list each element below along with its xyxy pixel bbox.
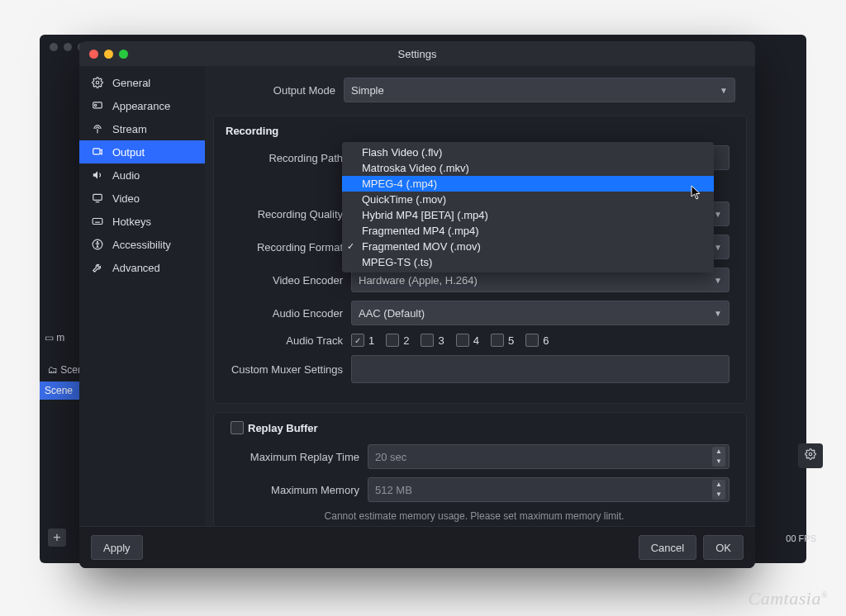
svg-rect-8	[93, 219, 102, 225]
bg-fps-label: 00 FPS	[786, 533, 816, 543]
sidebar-item-video[interactable]: Video	[79, 187, 205, 210]
video-encoder-label: Video Encoder	[219, 274, 351, 287]
recording-section-title: Recording	[226, 125, 730, 137]
settings-window: Settings GeneralAppearanceStreamOutputAu…	[79, 41, 755, 568]
window-title: Settings	[79, 48, 755, 60]
recording-format-dropdown[interactable]: Flash Video (.flv)Matroska Video (.mkv)M…	[342, 142, 714, 272]
titlebar: Settings	[79, 41, 755, 66]
sidebar-item-label: Accessibility	[112, 239, 171, 251]
cancel-button[interactable]: Cancel	[639, 535, 696, 560]
traffic-lights[interactable]	[89, 50, 128, 59]
sidebar-item-audio[interactable]: Audio	[79, 163, 205, 187]
audio-track-checkbox[interactable]	[386, 334, 399, 347]
audio-track-2[interactable]: 2	[386, 334, 409, 347]
audio-track-1[interactable]: 1	[351, 334, 374, 347]
output-mode-value: Simple	[351, 84, 384, 97]
format-option[interactable]: Fragmented MP4 (.mp4)	[342, 223, 714, 239]
replay-buffer-section: Replay Buffer Maximum Replay Time 20 sec…	[213, 412, 747, 526]
audio-track-3[interactable]: 3	[421, 334, 444, 347]
max-replay-time-value: 20 sec	[375, 451, 406, 463]
sidebar-item-advanced[interactable]: Advanced	[79, 256, 205, 279]
sidebar-item-appearance[interactable]: Appearance	[79, 94, 205, 117]
bg-scene-item: Scene	[40, 381, 79, 400]
sidebar-item-label: Hotkeys	[112, 216, 151, 228]
svg-rect-6	[93, 194, 102, 200]
minimize-window-button[interactable]	[104, 50, 113, 59]
bg-add-button[interactable]: +	[48, 528, 66, 547]
audio-track-label: Audio Track	[219, 334, 351, 347]
apply-button[interactable]: Apply	[91, 535, 143, 560]
format-option[interactable]: MPEG-4 (.mp4)	[342, 176, 714, 192]
audio-encoder-value: AAC (Default)	[359, 307, 425, 320]
sidebar-item-output[interactable]: Output	[79, 140, 205, 163]
settings-main-panel: Output Mode Simple ▼ Recording Recording…	[205, 66, 755, 526]
chevron-down-icon: ▼	[720, 86, 728, 95]
audio-track-checkbox[interactable]	[421, 334, 434, 347]
spinner-buttons[interactable]: ▲▼	[712, 480, 725, 500]
audio-track-checkbox[interactable]	[456, 334, 469, 347]
keyboard-icon	[91, 216, 104, 227]
antenna-icon	[91, 123, 104, 135]
audio-track-checkbox[interactable]	[491, 334, 504, 347]
sidebar-item-stream[interactable]: Stream	[79, 117, 205, 140]
bg-settings-button[interactable]	[798, 443, 823, 468]
settings-footer: Apply Cancel OK	[79, 526, 755, 568]
sidebar-item-label: Output	[112, 146, 145, 159]
format-option[interactable]: Matroska Video (.mkv)	[342, 160, 714, 176]
sidebar-item-hotkeys[interactable]: Hotkeys	[79, 210, 205, 233]
format-option-label: MPEG-TS (.ts)	[362, 256, 432, 268]
settings-sidebar: GeneralAppearanceStreamOutputAudioVideoH…	[79, 66, 205, 526]
watermark: Camtasia®	[749, 588, 828, 609]
format-option[interactable]: Flash Video (.flv)	[342, 145, 714, 160]
audio-track-6[interactable]: 6	[525, 334, 549, 347]
output-mode-label: Output Mode	[212, 84, 344, 97]
audio-encoder-select[interactable]: AAC (Default) ▼	[351, 301, 730, 325]
audio-encoder-label: Audio Encoder	[219, 307, 351, 320]
speaker-icon	[91, 169, 104, 181]
custom-muxer-label: Custom Muxer Settings	[219, 363, 351, 376]
appearance-icon	[91, 100, 104, 111]
output-mode-select[interactable]: Simple ▼	[344, 78, 735, 102]
check-icon: ✓	[347, 239, 354, 254]
sidebar-item-label: Audio	[112, 169, 140, 182]
accessibility-icon	[91, 239, 104, 250]
audio-tracks-group: 123456	[351, 334, 730, 347]
sidebar-item-accessibility[interactable]: Accessibility	[79, 233, 205, 256]
max-replay-time-input[interactable]: 20 sec ▲▼	[368, 444, 730, 469]
sidebar-item-label: Video	[112, 192, 140, 205]
max-memory-input[interactable]: 512 MB ▲▼	[368, 477, 730, 502]
audio-track-5[interactable]: 5	[491, 334, 514, 347]
bg-monitor-icon-label: ▭ m	[45, 332, 64, 344]
audio-track-4[interactable]: 4	[456, 334, 479, 347]
max-replay-time-label: Maximum Replay Time	[219, 451, 368, 463]
max-memory-value: 512 MB	[375, 484, 412, 496]
recording-path-label: Recording Path	[219, 152, 351, 164]
format-option[interactable]: MPEG-TS (.ts)	[342, 254, 714, 270]
custom-muxer-input[interactable]	[351, 355, 730, 383]
format-option-label: QuickTime (.mov)	[362, 193, 446, 206]
format-option-label: Matroska Video (.mkv)	[362, 162, 469, 174]
output-icon	[91, 146, 104, 158]
format-option-label: Flash Video (.flv)	[362, 146, 442, 159]
spinner-buttons[interactable]: ▲▼	[712, 447, 725, 467]
audio-track-checkbox[interactable]	[525, 334, 539, 347]
zoom-window-button[interactable]	[119, 50, 128, 59]
chevron-down-icon: ▼	[714, 309, 722, 318]
sidebar-item-label: General	[112, 77, 150, 89]
recording-format-label: Recording Format	[219, 241, 351, 254]
replay-buffer-checkbox[interactable]	[231, 421, 244, 434]
format-option-label: Fragmented MOV (.mov)	[362, 240, 481, 253]
audio-track-checkbox[interactable]	[351, 334, 364, 347]
ok-button[interactable]: OK	[703, 535, 744, 560]
video-encoder-value: Hardware (Apple, H.264)	[359, 274, 478, 287]
recording-quality-label: Recording Quality	[219, 208, 351, 220]
close-window-button[interactable]	[89, 50, 98, 59]
chevron-down-icon: ▼	[714, 243, 722, 252]
format-option[interactable]: QuickTime (.mov)	[342, 192, 714, 207]
sidebar-item-general[interactable]: General	[79, 71, 205, 94]
format-option[interactable]: ✓Fragmented MOV (.mov)	[342, 239, 714, 254]
format-option[interactable]: Hybrid MP4 [BETA] (.mp4)	[342, 207, 714, 223]
wrench-icon	[91, 262, 104, 273]
svg-point-3	[95, 104, 97, 106]
format-option-label: Fragmented MP4 (.mp4)	[362, 225, 479, 237]
